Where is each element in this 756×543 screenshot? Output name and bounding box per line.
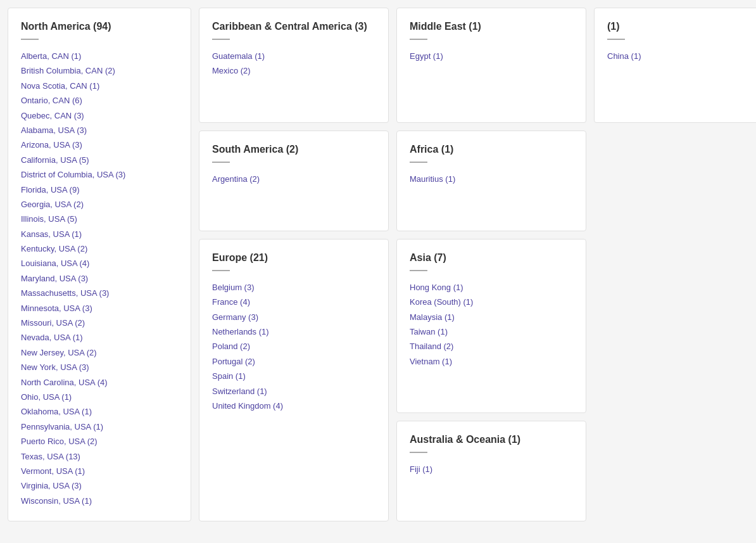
region-item[interactable]: Kansas, USA (1) [21, 227, 178, 241]
region-item[interactable]: Hong Kong (1) [410, 280, 573, 295]
region-item[interactable]: United Kingdom (4) [212, 399, 375, 413]
region-item[interactable]: Louisiana, USA (4) [21, 256, 178, 271]
region-item[interactable]: California, USA (5) [21, 153, 178, 167]
region-item[interactable]: Virginia, USA (3) [21, 478, 178, 493]
region-items-asia: Hong Kong (1) Korea (South) (1) Malaysia… [410, 280, 573, 369]
region-item[interactable]: France (4) [212, 295, 375, 309]
region-item[interactable]: Mexico (2) [212, 63, 375, 78]
region-divider [212, 270, 230, 271]
region-card-south-america: South America (2) Argentina (2) [199, 131, 389, 231]
region-item[interactable]: China (1) [607, 49, 756, 63]
region-item[interactable]: Korea (South) (1) [410, 295, 573, 309]
region-title-africa: Africa (1) [410, 144, 573, 155]
region-item[interactable]: Puerto Rico, USA (2) [21, 434, 178, 449]
region-item[interactable]: Fiji (1) [410, 462, 573, 476]
region-items-middle-east: Egypt (1) [410, 49, 573, 63]
region-item[interactable]: Illinois, USA (5) [21, 212, 178, 226]
region-title-australia: Australia & Oceania (1) [410, 434, 573, 445]
region-item[interactable]: Spain (1) [212, 369, 375, 383]
region-item[interactable]: Quebec, CAN (3) [21, 108, 178, 123]
region-item[interactable]: Maryland, USA (3) [21, 271, 178, 286]
region-divider [410, 162, 427, 163]
region-title-europe: Europe (21) [212, 252, 375, 264]
region-item[interactable]: Egypt (1) [410, 49, 573, 63]
region-items-other: China (1) [607, 49, 756, 63]
region-card-middle-east: Middle East (1) Egypt (1) [396, 8, 586, 123]
region-card-other: (1) China (1) [594, 8, 756, 123]
regions-grid: North America (94) Alberta, CAN (1) Brit… [0, 0, 756, 529]
region-card-asia: Asia (7) Hong Kong (1) Korea (South) (1)… [396, 239, 586, 414]
region-divider [212, 39, 230, 40]
region-item[interactable]: Georgia, USA (2) [21, 197, 178, 212]
region-item[interactable]: Malaysia (1) [410, 310, 573, 324]
region-item[interactable]: District of Columbia, USA (3) [21, 167, 178, 182]
region-item[interactable]: Poland (2) [212, 339, 375, 354]
region-item[interactable]: Switzerland (1) [212, 384, 375, 399]
region-item[interactable]: Thailand (2) [410, 339, 573, 354]
region-item[interactable]: Wisconsin, USA (1) [21, 494, 178, 508]
region-item[interactable]: Nova Scotia, CAN (1) [21, 79, 178, 93]
region-item[interactable]: Alberta, CAN (1) [21, 49, 178, 63]
region-card-europe: Europe (21) Belgium (3) France (4) Germa… [199, 239, 389, 521]
region-divider [607, 39, 625, 40]
region-divider [212, 162, 230, 163]
region-divider [410, 452, 427, 453]
region-item[interactable]: Texas, USA (13) [21, 449, 178, 464]
region-item[interactable]: Florida, USA (9) [21, 182, 178, 197]
region-item[interactable]: Portugal (2) [212, 354, 375, 369]
region-item[interactable]: Vermont, USA (1) [21, 464, 178, 478]
region-card-australia: Australia & Oceania (1) Fiji (1) [396, 421, 586, 521]
region-divider [410, 39, 427, 40]
region-title-middle-east: Middle East (1) [410, 21, 573, 32]
region-item[interactable]: Missouri, USA (2) [21, 316, 178, 330]
region-item[interactable]: Guatemala (1) [212, 49, 375, 63]
region-item[interactable]: North Carolina, USA (4) [21, 375, 178, 390]
region-item[interactable]: Ontario, CAN (6) [21, 93, 178, 108]
region-items-europe: Belgium (3) France (4) Germany (3) Nethe… [212, 280, 375, 414]
region-item[interactable]: Mauritius (1) [410, 172, 573, 186]
region-item[interactable]: Pennsylvania, USA (1) [21, 419, 178, 434]
region-item[interactable]: Arizona, USA (3) [21, 137, 178, 152]
region-card-africa: Africa (1) Mauritius (1) [396, 131, 586, 231]
region-item[interactable]: Taiwan (1) [410, 324, 573, 339]
region-item[interactable]: Minnesota, USA (3) [21, 301, 178, 316]
region-item[interactable]: Germany (3) [212, 310, 375, 324]
region-item[interactable]: Massachusetts, USA (3) [21, 286, 178, 300]
region-item[interactable]: Nevada, USA (1) [21, 330, 178, 345]
region-title-south-america: South America (2) [212, 144, 375, 155]
region-items-caribbean: Guatemala (1) Mexico (2) [212, 49, 375, 79]
region-item[interactable]: Argentina (2) [212, 172, 375, 186]
region-card-caribbean: Caribbean & Central America (3) Guatemal… [199, 8, 389, 123]
region-item[interactable]: Netherlands (1) [212, 324, 375, 339]
region-title-caribbean: Caribbean & Central America (3) [212, 21, 375, 32]
region-item[interactable]: British Columbia, CAN (2) [21, 63, 178, 78]
region-items-australia: Fiji (1) [410, 462, 573, 476]
region-item[interactable]: Vietnam (1) [410, 354, 573, 369]
region-title-north-america: North America (94) [21, 21, 178, 32]
region-divider [21, 39, 39, 40]
region-item[interactable]: Belgium (3) [212, 280, 375, 295]
region-items-south-america: Argentina (2) [212, 172, 375, 186]
region-title-other: (1) [607, 21, 756, 32]
region-item[interactable]: New Jersey, USA (2) [21, 345, 178, 360]
region-items-north-america: Alberta, CAN (1) British Columbia, CAN (… [21, 49, 178, 508]
region-divider [410, 270, 427, 271]
region-item[interactable]: Ohio, USA (1) [21, 390, 178, 404]
region-item[interactable]: Alabama, USA (3) [21, 123, 178, 137]
region-item[interactable]: Kentucky, USA (2) [21, 241, 178, 256]
region-item[interactable]: Oklahoma, USA (1) [21, 404, 178, 419]
region-title-asia: Asia (7) [410, 252, 573, 264]
region-card-north-america: North America (94) Alberta, CAN (1) Brit… [8, 8, 191, 521]
region-item[interactable]: New York, USA (3) [21, 360, 178, 374]
region-items-africa: Mauritius (1) [410, 172, 573, 186]
